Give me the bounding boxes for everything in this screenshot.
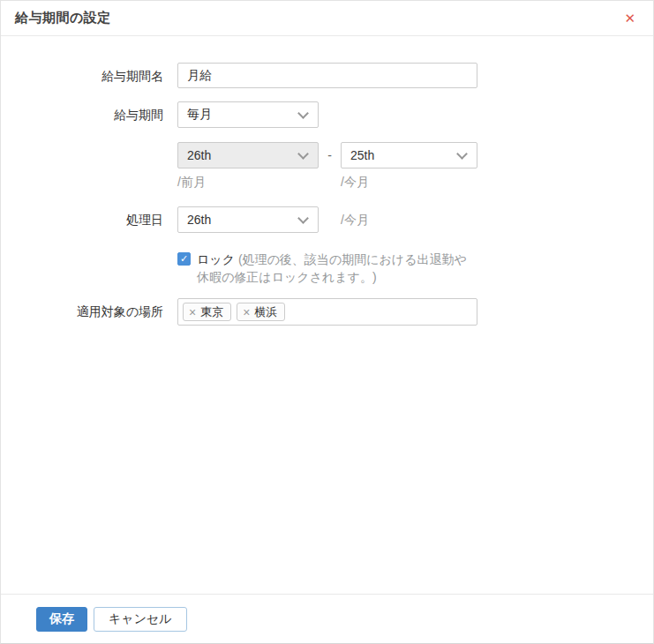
period-name-row: 給与期間名: [1, 63, 653, 89]
lock-field: ✓ ロック (処理の後、該当の期間における出退勤や休暇の修正はロックされます。): [177, 251, 477, 286]
location-tag: × 横浜: [237, 303, 285, 321]
locations-input[interactable]: × 東京 × 横浜: [177, 298, 477, 326]
payroll-period-settings-dialog: 給与期間の設定 ✕ 給与期間名 給与期間 毎月 26t: [0, 0, 654, 644]
range-end-value: 25th: [350, 148, 374, 162]
check-icon: ✓: [180, 253, 188, 264]
remove-tag-icon[interactable]: ×: [189, 306, 196, 318]
process-day-field: 26th /今月: [177, 206, 477, 233]
date-range-field: 26th - 25th /前月 /今月: [177, 142, 477, 191]
locations-field: × 東京 × 横浜: [177, 298, 477, 326]
range-start-select: 26th: [177, 142, 319, 168]
process-day-hint: /今月: [341, 206, 369, 233]
range-start-hint: /前月: [177, 175, 341, 191]
range-end-select[interactable]: 25th: [341, 142, 477, 168]
period-name-field: [177, 63, 477, 88]
process-day-value: 26th: [187, 213, 211, 227]
lock-description: (処理の後、該当の期間における出退勤や休暇の修正はロックされます。): [197, 252, 467, 284]
process-day-row: 処理日 26th /今月: [1, 206, 653, 233]
period-label: 給与期間: [1, 101, 163, 128]
remove-tag-icon[interactable]: ×: [243, 306, 250, 318]
lock-row: ✓ ロック (処理の後、該当の期間における出退勤や休暇の修正はロックされます。): [1, 251, 653, 286]
chevron-down-icon: [456, 148, 468, 160]
cancel-button[interactable]: キャンセル: [94, 607, 187, 632]
date-range-line: 26th - 25th: [177, 142, 477, 168]
period-name-input[interactable]: [177, 63, 477, 88]
chevron-down-icon: [297, 148, 309, 160]
lock-checkbox[interactable]: ✓: [177, 252, 191, 266]
period-row: 給与期間 毎月: [1, 101, 653, 128]
lock-label[interactable]: ロック: [197, 252, 235, 266]
process-day-line: 26th /今月: [177, 206, 477, 233]
chevron-down-icon: [297, 108, 309, 119]
range-start-value: 26th: [187, 148, 211, 162]
range-separator: -: [319, 148, 341, 162]
range-end-hint: /今月: [341, 175, 369, 191]
location-tag-label: 東京: [200, 304, 223, 320]
process-day-select[interactable]: 26th: [177, 206, 319, 233]
period-select-value: 毎月: [187, 107, 212, 123]
chevron-down-icon: [297, 213, 309, 224]
locations-label: 適用対象の場所: [1, 298, 163, 325]
date-range-row: 26th - 25th /前月 /今月: [1, 142, 653, 191]
locations-row: 適用対象の場所 × 東京 × 横浜: [1, 298, 653, 326]
location-tag: × 東京: [183, 303, 231, 321]
period-field: 毎月: [177, 101, 477, 128]
location-tag-label: 横浜: [254, 304, 277, 320]
date-range-hints: /前月 /今月: [177, 175, 477, 191]
dialog-body: 給与期間名 給与期間 毎月 26th: [1, 36, 653, 594]
dialog-title: 給与期間の設定: [15, 10, 111, 26]
dialog-header: 給与期間の設定 ✕: [1, 1, 653, 36]
process-day-label: 処理日: [1, 206, 163, 233]
dialog-footer: 保存 キャンセル: [1, 594, 653, 643]
lock-text: ロック (処理の後、該当の期間における出退勤や休暇の修正はロックされます。): [197, 251, 477, 286]
period-select[interactable]: 毎月: [177, 101, 319, 128]
close-icon[interactable]: ✕: [624, 11, 635, 25]
save-button[interactable]: 保存: [36, 607, 87, 632]
period-name-label: 給与期間名: [1, 63, 163, 89]
